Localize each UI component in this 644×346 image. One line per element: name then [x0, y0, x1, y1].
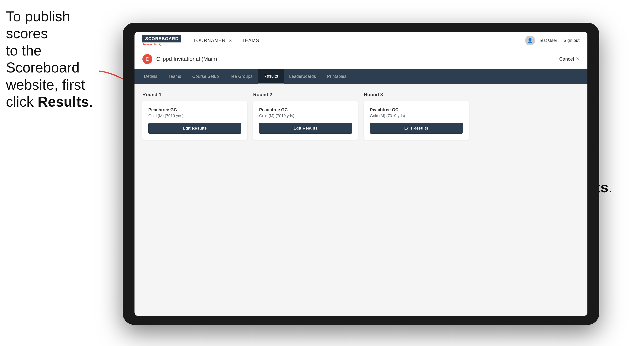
round-2-course-name: Peachtree GC [259, 107, 352, 112]
tab-teams[interactable]: Teams [163, 69, 187, 84]
nav-tournaments[interactable]: TOURNAMENTS [193, 38, 232, 43]
tournament-header: C Clippd Invitational (Main) Cancel ✕ [134, 49, 588, 69]
round-1-column: Round 1 Peachtree GC Gold (M) (7010 yds)… [142, 92, 247, 140]
rounds-grid: Round 1 Peachtree GC Gold (M) (7010 yds)… [142, 92, 580, 140]
instruction-line2: to the Scoreboard [6, 43, 80, 75]
round-3-course-detail: Gold (M) (7010 yds) [370, 114, 463, 118]
nav-teams[interactable]: TEAMS [242, 38, 259, 43]
logo-sub: Powered by clippd [142, 43, 181, 46]
content-area: Round 1 Peachtree GC Gold (M) (7010 yds)… [134, 84, 588, 316]
round-1-title: Round 1 [142, 92, 247, 97]
round-3-edit-results-button[interactable]: Edit Results [370, 123, 463, 134]
logo-area: SCOREBOARD Powered by clippd [142, 35, 181, 46]
round-2-title: Round 2 [253, 92, 358, 97]
round-4-column-empty [475, 92, 580, 140]
round-2-edit-results-button[interactable]: Edit Results [259, 123, 352, 134]
tab-tee-groups[interactable]: Tee Groups [224, 69, 258, 84]
round-2-card: Peachtree GC Gold (M) (7010 yds) Edit Re… [253, 101, 358, 140]
tablet-screen: SCOREBOARD Powered by clippd TOURNAMENTS… [134, 32, 588, 316]
user-avatar: 👤 [525, 35, 535, 45]
top-nav-right: 👤 Test User | Sign out [525, 35, 580, 45]
instruction-line3: website, first [6, 77, 85, 93]
tab-course-setup[interactable]: Course Setup [187, 69, 224, 84]
instruction-right-line2-end: . [608, 179, 612, 195]
round-3-card: Peachtree GC Gold (M) (7010 yds) Edit Re… [364, 101, 469, 140]
round-2-column: Round 2 Peachtree GC Gold (M) (7010 yds)… [253, 92, 358, 140]
logo-box: SCOREBOARD [142, 35, 181, 42]
close-icon: ✕ [576, 56, 580, 62]
tournament-name: Clippd Invitational (Main) [156, 56, 217, 62]
tournament-title-area: C Clippd Invitational (Main) [142, 54, 217, 64]
tab-printables[interactable]: Printables [322, 69, 352, 84]
user-label: Test User | [539, 38, 560, 43]
cancel-button[interactable]: Cancel ✕ [559, 56, 580, 62]
round-1-card: Peachtree GC Gold (M) (7010 yds) Edit Re… [142, 101, 247, 140]
tab-details[interactable]: Details [138, 69, 163, 84]
tournament-icon: C [142, 54, 152, 64]
tab-results[interactable]: Results [258, 69, 284, 84]
tab-bar: Details Teams Course Setup Tee Groups Re… [134, 69, 588, 84]
tab-leaderboards[interactable]: Leaderboards [284, 69, 322, 84]
round-1-course-detail: Gold (M) (7010 yds) [148, 114, 241, 118]
instruction-line1: To publish scores [6, 8, 70, 41]
instruction-line4: click Results. [6, 94, 93, 110]
round-1-edit-results-button[interactable]: Edit Results [148, 123, 241, 134]
round-1-course-name: Peachtree GC [148, 107, 241, 112]
sign-out-link[interactable]: Sign out [564, 38, 580, 43]
top-nav: SCOREBOARD Powered by clippd TOURNAMENTS… [134, 32, 588, 49]
round-3-column: Round 3 Peachtree GC Gold (M) (7010 yds)… [364, 92, 469, 140]
tablet-device: SCOREBOARD Powered by clippd TOURNAMENTS… [123, 23, 599, 325]
instruction-left: To publish scores to the Scoreboard webs… [6, 8, 115, 110]
round-3-course-name: Peachtree GC [370, 107, 463, 112]
top-nav-links: TOURNAMENTS TEAMS [193, 38, 525, 43]
round-2-course-detail: Gold (M) (7010 yds) [259, 114, 352, 118]
round-3-title: Round 3 [364, 92, 469, 97]
